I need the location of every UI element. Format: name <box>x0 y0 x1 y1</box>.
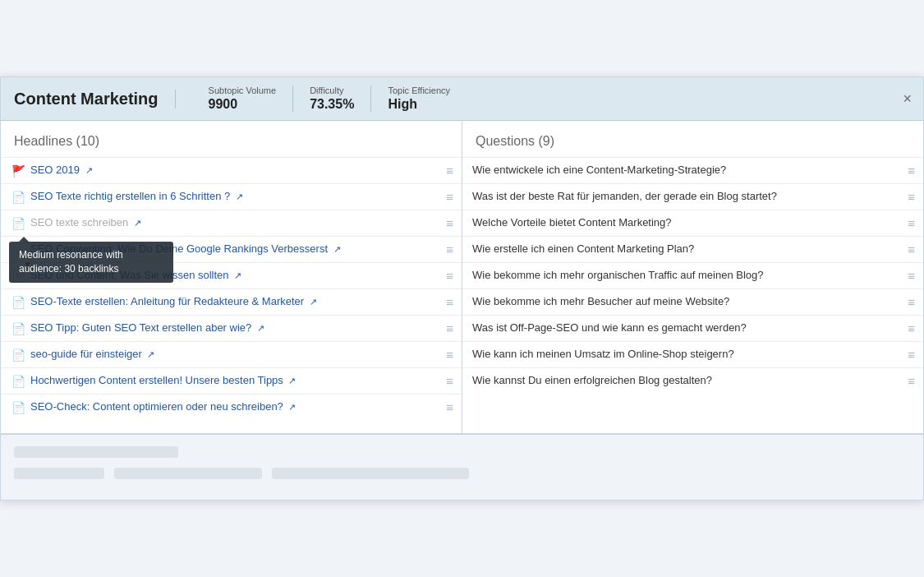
external-link-icon: ↗ <box>134 218 141 228</box>
close-button[interactable]: × <box>903 91 912 106</box>
page-icon: 📄 <box>11 376 25 387</box>
questions-header: Questions (9) <box>462 134 923 157</box>
menu-icon[interactable]: ≡ <box>446 269 453 283</box>
menu-icon[interactable]: ≡ <box>446 164 453 178</box>
list-item[interactable]: Wie kann ich meinen Umsatz im Online-Sho… <box>462 341 923 367</box>
item-text: Was ist der beste Rat für jemanden, der … <box>472 190 901 204</box>
modal-header: Content Marketing Subtopic Volume 9900 D… <box>1 77 923 121</box>
external-link-icon: ↗ <box>288 376 296 385</box>
list-item[interactable]: 📄 SEO-Check: Content optimieren oder neu… <box>1 394 462 420</box>
page-icon: 📄 <box>11 218 25 229</box>
item-text: Wie entwickele ich eine Content-Marketin… <box>472 164 901 178</box>
list-item[interactable]: Was ist der beste Rat für jemanden, der … <box>462 183 923 210</box>
item-text: SEO Copywriting: Wie Du Deine Google Ran… <box>30 242 439 256</box>
modal-footer <box>1 434 923 500</box>
menu-icon[interactable]: ≡ <box>908 242 915 256</box>
list-item[interactable]: 📄 SEO Copywriting: Wie Du Deine Google R… <box>1 236 462 262</box>
external-link-icon: ↗ <box>234 270 241 280</box>
list-item[interactable]: 📄 seo-guide für einsteiger ↗ ≡ <box>1 341 462 367</box>
modal-title: Content Marketing <box>14 90 176 108</box>
menu-icon[interactable]: ≡ <box>446 374 453 388</box>
menu-icon[interactable]: ≡ <box>446 216 453 230</box>
external-link-icon: ↗ <box>288 402 296 412</box>
page-icon: 📄 <box>11 349 25 361</box>
list-item[interactable]: Wie kannst Du einen erfolgreichen Blog g… <box>462 367 923 394</box>
footer-blur-bar-4 <box>272 468 469 479</box>
item-text: SEO und Content: Was Sie wissen sollten … <box>30 269 439 283</box>
menu-icon[interactable]: ≡ <box>908 164 915 178</box>
flag-icon: 🚩 <box>11 165 25 177</box>
external-link-icon: ↗ <box>257 323 264 333</box>
list-item[interactable]: 📄 SEO texte schreiben ↗ ≡ Medium resonan… <box>1 210 462 236</box>
menu-icon[interactable]: ≡ <box>446 242 453 256</box>
menu-icon[interactable]: ≡ <box>908 321 915 335</box>
menu-icon[interactable]: ≡ <box>446 321 453 335</box>
external-link-icon: ↗ <box>333 244 341 254</box>
subtopic-stat: Subtopic Volume 9900 <box>192 85 294 112</box>
menu-icon[interactable]: ≡ <box>908 295 915 309</box>
headlines-header: Headlines (10) <box>1 134 462 157</box>
subtopic-value: 9900 <box>209 97 277 112</box>
item-text: SEO-Check: Content optimieren oder neu s… <box>30 400 439 414</box>
item-text: Was ist Off-Page-SEO und wie kann es gem… <box>472 321 901 335</box>
item-text: Welche Vorteile bietet Content Marketing… <box>472 216 901 230</box>
external-link-icon: ↗ <box>147 349 154 359</box>
footer-blur-bar-row <box>14 468 910 479</box>
list-item[interactable]: Wie erstelle ich einen Content Marketing… <box>462 236 923 262</box>
item-text: SEO Texte richtig erstellen in 6 Schritt… <box>30 190 439 204</box>
list-item[interactable]: Was ist Off-Page-SEO und wie kann es gem… <box>462 315 923 341</box>
difficulty-label: Difficulty <box>310 85 354 95</box>
list-item[interactable]: 📄 SEO-Texte erstellen: Anleitung für Red… <box>1 288 462 315</box>
list-item[interactable]: 📄 SEO und Content: Was Sie wissen sollte… <box>1 262 462 288</box>
item-text: Hochwertigen Content erstellen! Unsere b… <box>30 374 439 388</box>
list-item[interactable]: Welche Vorteile bietet Content Marketing… <box>462 210 923 236</box>
menu-icon[interactable]: ≡ <box>908 374 915 388</box>
page-icon: 📄 <box>11 270 25 282</box>
menu-icon[interactable]: ≡ <box>908 190 915 204</box>
external-link-icon: ↗ <box>85 165 93 175</box>
efficiency-stat: Topic Efficiency High <box>371 85 467 112</box>
menu-icon[interactable]: ≡ <box>908 269 915 283</box>
list-item[interactable]: Wie entwickele ich eine Content-Marketin… <box>462 157 923 183</box>
difficulty-stat: Difficulty 73.35% <box>293 85 371 112</box>
footer-blur-bar-2 <box>14 468 104 479</box>
menu-icon[interactable]: ≡ <box>446 190 453 204</box>
item-text: Wie kann ich meinen Umsatz im Online-Sho… <box>472 348 901 362</box>
footer-blur-bar-3 <box>114 468 262 479</box>
item-text: SEO-Texte erstellen: Anleitung für Redak… <box>30 295 439 309</box>
efficiency-label: Topic Efficiency <box>388 85 450 95</box>
item-text: Wie erstelle ich einen Content Marketing… <box>472 242 901 256</box>
difficulty-value: 73.35% <box>310 97 354 112</box>
item-text: Wie bekomme ich mehr Besucher auf meine … <box>472 295 901 309</box>
item-text: SEO texte schreiben ↗ <box>30 216 439 230</box>
page-icon: 📄 <box>11 402 25 413</box>
page-icon: 📄 <box>11 244 25 256</box>
list-item[interactable]: Wie bekomme ich mehr organischen Traffic… <box>462 262 923 288</box>
footer-blur-bar-1 <box>14 446 178 458</box>
list-item[interactable]: 📄 SEO Texte richtig erstellen in 6 Schri… <box>1 183 462 210</box>
menu-icon[interactable]: ≡ <box>446 348 453 362</box>
item-text: SEO Tipp: Guten SEO Text erstellen aber … <box>30 321 439 335</box>
external-link-icon: ↗ <box>310 297 317 307</box>
modal-body: Headlines (10) 🚩 SEO 2019 ↗ ≡ 📄 SEO Text… <box>1 121 923 434</box>
list-item[interactable]: 📄 Hochwertigen Content erstellen! Unsere… <box>1 367 462 394</box>
item-text: SEO 2019 ↗ <box>30 164 439 178</box>
modal-container: Content Marketing Subtopic Volume 9900 D… <box>0 76 924 501</box>
list-item[interactable]: 🚩 SEO 2019 ↗ ≡ <box>1 157 462 183</box>
page-icon: 📄 <box>11 192 25 203</box>
menu-icon[interactable]: ≡ <box>446 295 453 309</box>
external-link-icon: ↗ <box>236 192 243 201</box>
questions-panel: Questions (9) Wie entwickele ich eine Co… <box>462 121 923 433</box>
menu-icon[interactable]: ≡ <box>908 348 915 362</box>
headlines-panel: Headlines (10) 🚩 SEO 2019 ↗ ≡ 📄 SEO Text… <box>1 121 462 433</box>
efficiency-value: High <box>388 97 450 112</box>
item-text: Wie bekomme ich mehr organischen Traffic… <box>472 269 901 283</box>
subtopic-label: Subtopic Volume <box>209 85 277 95</box>
menu-icon[interactable]: ≡ <box>446 400 453 414</box>
page-icon: 📄 <box>11 323 25 335</box>
list-item[interactable]: 📄 SEO Tipp: Guten SEO Text erstellen abe… <box>1 315 462 341</box>
list-item[interactable]: Wie bekomme ich mehr Besucher auf meine … <box>462 288 923 315</box>
menu-icon[interactable]: ≡ <box>908 216 915 230</box>
item-text: seo-guide für einsteiger ↗ <box>30 348 439 362</box>
page-icon: 📄 <box>11 297 25 308</box>
